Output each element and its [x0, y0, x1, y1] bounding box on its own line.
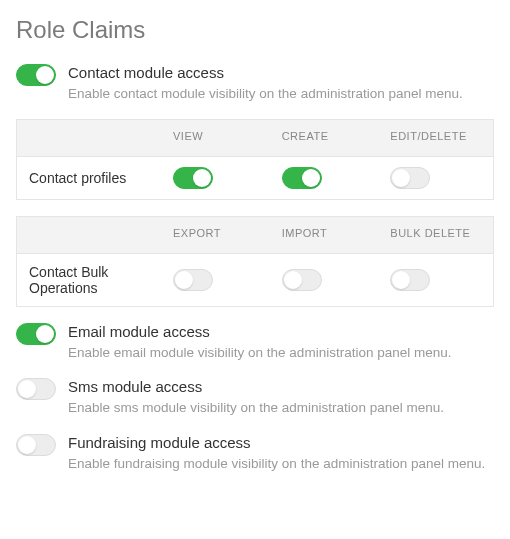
toggle-bulk-import[interactable] — [282, 269, 322, 291]
toggle-bulk-delete[interactable] — [390, 269, 430, 291]
col-export: EXPORT — [167, 217, 276, 253]
module-email-desc: Enable email module visibility on the ad… — [68, 344, 494, 362]
toggle-profiles-create[interactable] — [282, 167, 322, 189]
module-contact-desc: Enable contact module visibility on the … — [68, 85, 494, 103]
page-title: Role Claims — [16, 16, 494, 44]
toggle-bulk-export[interactable] — [173, 269, 213, 291]
toggle-profiles-view[interactable] — [173, 167, 213, 189]
module-contact-title: Contact module access — [68, 64, 494, 81]
module-email: Email module access Enable email module … — [16, 323, 494, 362]
module-fundraising-desc: Enable fundraising module visibility on … — [68, 455, 494, 473]
module-sms: Sms module access Enable sms module visi… — [16, 378, 494, 417]
col-create: CREATE — [276, 120, 385, 156]
col-bulk-delete: BULK DELETE — [384, 217, 493, 253]
module-email-title: Email module access — [68, 323, 494, 340]
col-edit-delete: EDIT/DELETE — [384, 120, 493, 156]
module-contact: Contact module access Enable contact mod… — [16, 64, 494, 103]
toggle-sms-module[interactable] — [16, 378, 56, 400]
col-import: IMPORT — [276, 217, 385, 253]
toggle-contact-module[interactable] — [16, 64, 56, 86]
toggle-email-module[interactable] — [16, 323, 56, 345]
module-sms-title: Sms module access — [68, 378, 494, 395]
col-view: VIEW — [167, 120, 276, 156]
module-fundraising: Fundraising module access Enable fundrai… — [16, 434, 494, 473]
toggle-profiles-edit[interactable] — [390, 167, 430, 189]
row-label-contact-bulk: Contact Bulk Operations — [17, 254, 167, 306]
module-fundraising-title: Fundraising module access — [68, 434, 494, 451]
row-label-contact-profiles: Contact profiles — [17, 160, 167, 196]
module-sms-desc: Enable sms module visibility on the admi… — [68, 399, 494, 417]
toggle-fundraising-module[interactable] — [16, 434, 56, 456]
table-contact-bulk: . EXPORT IMPORT BULK DELETE Contact Bulk… — [16, 216, 494, 307]
table-contact-profiles: . VIEW CREATE EDIT/DELETE Contact profil… — [16, 119, 494, 200]
